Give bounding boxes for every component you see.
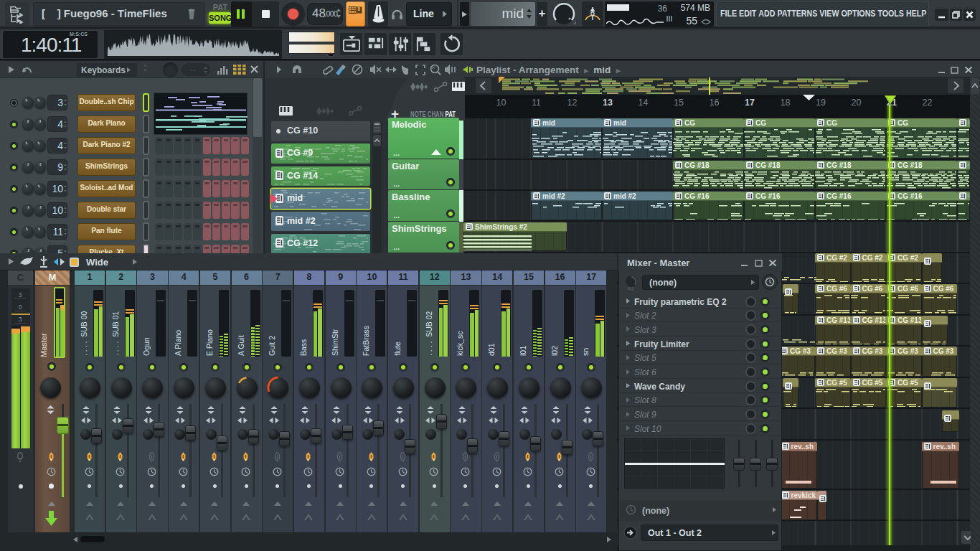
svg-text:EQ: EQ bbox=[628, 286, 634, 291]
